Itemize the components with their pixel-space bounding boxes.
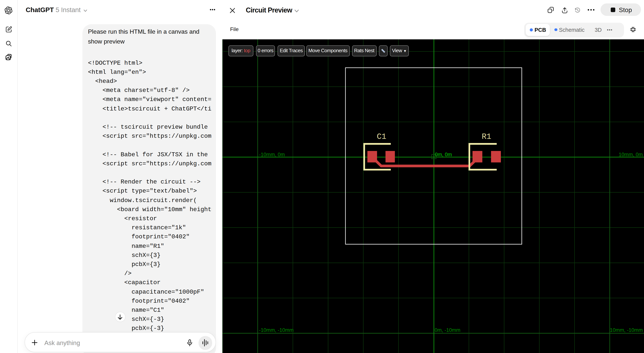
svg-text:10mm, 0m: 10mm, 0m <box>618 152 643 157</box>
svg-text:R1: R1 <box>482 132 491 141</box>
svg-text:-10mm, -10mm: -10mm, -10mm <box>259 327 294 333</box>
svg-text:10mm, -10mm: 10mm, -10mm <box>610 327 643 333</box>
svg-text:0m, 0m: 0m, 0m <box>435 152 452 157</box>
svg-text:-10mm, 0m: -10mm, 0m <box>259 152 285 157</box>
svg-text:C1: C1 <box>377 132 386 141</box>
svg-text:0m, -10mm: 0m, -10mm <box>434 327 460 333</box>
